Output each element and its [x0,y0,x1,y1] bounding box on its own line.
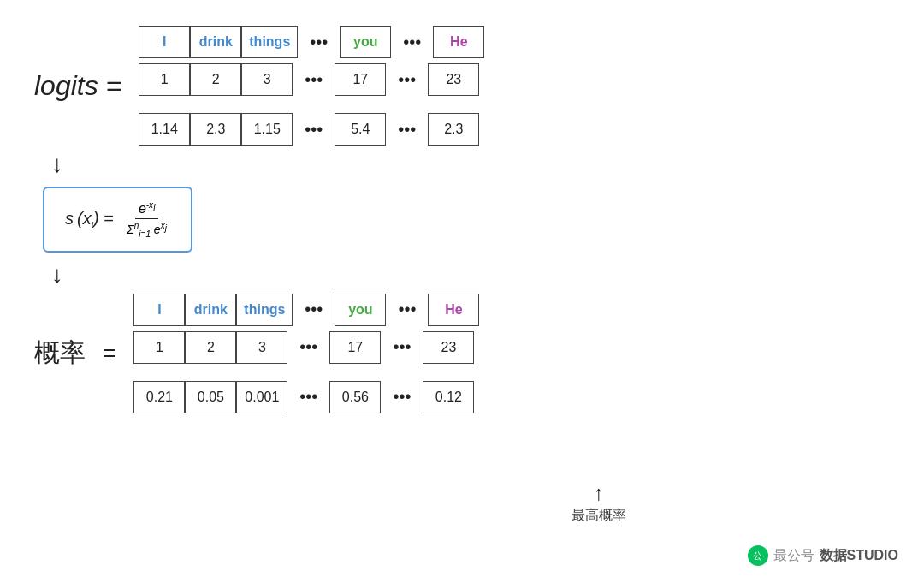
top-index-17: 17 [335,63,386,96]
top-header-I: I [139,26,190,58]
equals-sign: = [103,340,116,367]
top-val-1: 1.14 [139,113,190,146]
bottom-index-23: 23 [423,331,474,364]
top-dots-4: ••• [386,63,428,96]
max-prob-label: 最高概率 [572,507,626,525]
top-header-you: you [340,26,391,58]
top-index-row: 1 2 3 ••• 17 ••• 23 [139,63,484,96]
formula-denominator: Σni=1 exj [123,219,170,238]
top-header-row: I drink things ••• you ••• He [139,26,484,58]
formula-fraction: e-xi Σni=1 exj [123,200,170,239]
bottom-dots-4: ••• [381,331,423,364]
top-dots-5: ••• [293,113,335,146]
bottom-dots-3: ••• [287,331,329,364]
bottom-header-drink: drink [185,294,236,326]
top-index-23: 23 [428,63,479,96]
top-dots-2: ••• [391,26,433,58]
bottom-header-row: I drink things ••• you ••• He [133,294,479,326]
top-dots-3: ••• [293,63,335,96]
section-top: logits = I drink things ••• you ••• He 1… [34,26,484,146]
watermark: 公 最公号 数据STUDIO [748,545,898,566]
top-header-things: things [241,26,298,58]
top-index-3: 3 [241,63,293,96]
top-values-row: 1.14 2.3 1.15 ••• 5.4 ••• 2.3 [139,113,484,146]
bottom-header-I: I [133,294,185,326]
top-header-he: He [433,26,484,58]
bottom-index-17: 17 [329,331,381,364]
section-bottom: 概率 = I drink things ••• you ••• He 1 2 3… [34,294,479,413]
bottom-header-things: things [236,294,293,326]
bottom-dots-2: ••• [386,294,428,326]
bottom-index-2: 2 [185,331,236,364]
top-index-1: 1 [139,63,190,96]
bottom-dots-5: ••• [287,381,329,413]
arrow-down-1: ↓ [51,152,63,176]
bottom-index-1: 1 [133,331,185,364]
watermark-icon: 公 [748,545,768,566]
bottom-val-3: 0.001 [236,381,287,413]
arrow-down-2: ↓ [51,263,63,287]
watermark-brand: 数据STUDIO [820,547,898,565]
watermark-label: 最公号 [773,547,814,565]
formula-numerator: e-xi [135,200,158,219]
main-container: logits = I drink things ••• you ••• He 1… [0,0,924,583]
bottom-val-1: 0.21 [133,381,185,413]
bottom-header-he: He [428,294,479,326]
top-val-3: 1.15 [241,113,293,146]
top-header-drink: drink [190,26,241,58]
bottom-val-2: 0.05 [185,381,236,413]
max-prob-container: ↑ 最高概率 [572,481,626,525]
arrow-up: ↑ [594,481,604,505]
bottom-index-3: 3 [236,331,287,364]
bottom-header-you: you [335,294,386,326]
top-val-23: 2.3 [428,113,479,146]
bottom-table: I drink things ••• you ••• He 1 2 3 ••• … [133,294,479,413]
top-dots-1: ••• [298,26,340,58]
bottom-dots-1: ••• [293,294,335,326]
bottom-dots-6: ••• [381,381,423,413]
bottom-val-17: 0.56 [329,381,381,413]
formula-lhs: s (xi) = [65,209,118,230]
formula-box: s (xi) = e-xi Σni=1 exj [43,187,192,253]
top-table: I drink things ••• you ••• He 1 2 3 ••• … [139,26,484,146]
top-index-2: 2 [190,63,241,96]
prob-label: 概率 [34,336,86,371]
bottom-index-row: 1 2 3 ••• 17 ••• 23 [133,331,479,364]
top-val-2: 2.3 [190,113,241,146]
bottom-val-23: 0.12 [423,381,474,413]
bottom-values-row: 0.21 0.05 0.001 ••• 0.56 ••• 0.12 [133,381,479,413]
top-dots-6: ••• [386,113,428,146]
top-val-17: 5.4 [335,113,386,146]
logits-label: logits = [34,70,121,102]
